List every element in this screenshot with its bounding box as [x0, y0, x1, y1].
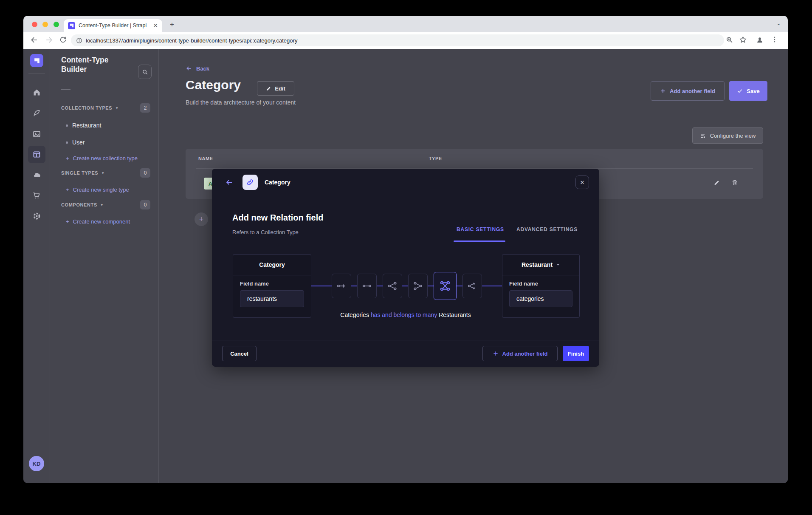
forward-icon[interactable] — [45, 36, 53, 44]
relation-many-way-button[interactable] — [462, 274, 482, 298]
chevron-down-icon[interactable]: ⌄ — [776, 20, 781, 26]
configure-view-button[interactable]: Configure the view — [692, 127, 763, 144]
tabs-divider — [232, 242, 579, 242]
cloud-icon[interactable] — [28, 166, 45, 184]
browser-tab[interactable]: Content-Type Builder | Strapi ✕ — [64, 19, 162, 32]
search-button[interactable] — [138, 65, 152, 79]
pencil-icon — [266, 86, 271, 91]
column-header-name: NAME — [198, 156, 213, 161]
page-title: Category — [186, 78, 241, 92]
rail-divider — [28, 74, 45, 74]
close-window-button[interactable] — [32, 22, 37, 27]
sidebar-title: Content-Type Builder — [61, 56, 129, 74]
settings-gear-icon[interactable] — [28, 207, 45, 225]
relation-many-to-many-button[interactable] — [434, 272, 457, 300]
count-badge: 0 — [140, 168, 150, 178]
field-name-label: Field name — [240, 280, 304, 287]
field-name-label: Field name — [509, 280, 572, 287]
relation-selector: Category Field name restaurants — [212, 249, 599, 324]
sidebar-item-user[interactable]: User — [50, 137, 159, 148]
modal-header: Category ✕ — [212, 169, 599, 196]
plus-icon — [660, 88, 666, 94]
ctb-sidebar: Content-Type Builder COLLECTION TYPES ▼ … — [50, 49, 159, 483]
minimize-window-button[interactable] — [42, 22, 48, 27]
row-edit-pencil-icon[interactable] — [713, 179, 720, 186]
caret-down-icon — [556, 263, 560, 267]
section-collection-types[interactable]: COLLECTION TYPES ▼ 2 — [50, 102, 159, 113]
list-settings-icon — [700, 133, 706, 139]
media-library-icon[interactable] — [28, 125, 45, 143]
count-badge: 2 — [140, 103, 150, 113]
relation-type-buttons — [311, 254, 502, 318]
back-link[interactable]: Back — [186, 65, 209, 72]
page-subtitle: Build the data architecture of your cont… — [186, 99, 296, 106]
window-controls[interactable] — [32, 21, 62, 29]
content-manager-icon[interactable] — [28, 105, 45, 122]
marketplace-cart-icon[interactable] — [28, 187, 45, 204]
zoom-icon[interactable] — [725, 36, 733, 44]
back-icon[interactable] — [30, 36, 39, 44]
browser-window: Content-Type Builder | Strapi ✕ + ⌄ loca… — [23, 16, 788, 483]
cancel-button[interactable]: Cancel — [222, 346, 257, 361]
kebab-menu-icon[interactable] — [771, 36, 778, 43]
search-icon — [142, 69, 148, 75]
add-field-circle-button[interactable]: + — [195, 212, 208, 226]
caret-down-icon: ▼ — [115, 106, 118, 110]
create-component-link[interactable]: + Create new component — [50, 217, 159, 226]
source-field-name-input[interactable]: restaurants — [240, 290, 304, 307]
new-tab-button[interactable]: + — [170, 20, 174, 29]
count-badge: 0 — [140, 200, 150, 209]
source-type-box: Category Field name restaurants — [233, 254, 311, 318]
section-components[interactable]: COMPONENTS ▼ 0 — [50, 199, 159, 210]
table-header-row: NAME TYPE — [186, 149, 763, 168]
relation-caption: Categories has and belongs to many Resta… — [263, 311, 548, 318]
edit-button[interactable]: Edit — [257, 81, 294, 96]
url-text[interactable]: localhost:1337/admin/plugins/content-typ… — [86, 37, 297, 44]
sidebar-item-restaurant[interactable]: Restaurant — [50, 120, 159, 131]
modal-title: Add new Relation field — [232, 213, 323, 223]
modal-add-another-field-button[interactable]: Add another field — [482, 346, 558, 361]
relation-one-to-many-button[interactable] — [383, 274, 402, 298]
content-type-builder-icon[interactable] — [28, 146, 45, 163]
avatar[interactable]: KD — [29, 456, 44, 471]
save-button[interactable]: Save — [729, 81, 767, 101]
plus-icon: + — [66, 155, 69, 161]
modal-subtitle: Refers to a Collection Type — [232, 229, 299, 235]
bullet-icon — [66, 141, 68, 144]
modal-header-title: Category — [265, 179, 290, 186]
finish-button[interactable]: Finish — [563, 346, 589, 361]
check-icon — [737, 88, 743, 94]
arrow-left-icon — [186, 65, 192, 72]
create-single-type-link[interactable]: + Create new single type — [50, 185, 159, 194]
info-icon[interactable] — [76, 37, 82, 44]
reload-icon[interactable] — [59, 36, 67, 44]
relation-many-to-one-button[interactable] — [408, 274, 428, 298]
address-bar[interactable]: localhost:1337/admin/plugins/content-typ… — [71, 34, 724, 46]
relation-one-to-one-button[interactable] — [357, 274, 377, 298]
tab-basic-settings[interactable]: BASIC SETTINGS — [457, 226, 504, 232]
plus-icon — [493, 351, 499, 357]
row-delete-trash-icon[interactable] — [731, 179, 738, 186]
bookmark-star-icon[interactable] — [739, 36, 747, 44]
title-divider — [61, 89, 70, 90]
home-icon[interactable] — [28, 84, 45, 101]
target-field-name-input[interactable]: categories — [509, 290, 572, 307]
plus-icon: + — [66, 218, 69, 225]
caret-down-icon: ▼ — [101, 171, 104, 175]
modal-back-arrow-icon[interactable] — [226, 178, 233, 186]
zoom-window-button[interactable] — [54, 22, 59, 27]
bullet-icon — [66, 125, 68, 127]
close-tab-icon[interactable]: ✕ — [153, 22, 158, 29]
profile-icon[interactable] — [756, 36, 764, 44]
add-another-field-button[interactable]: Add another field — [651, 81, 725, 101]
strapi-logo[interactable] — [30, 54, 43, 67]
section-single-types[interactable]: SINGLE TYPES ▼ 0 — [50, 167, 159, 178]
create-collection-type-link[interactable]: + Create new collection type — [50, 153, 159, 163]
relation-one-way-button[interactable] — [332, 274, 351, 298]
target-type-box: Restaurant Field name categories — [502, 254, 580, 318]
target-type-dropdown[interactable]: Restaurant — [502, 255, 579, 275]
main-nav-rail: KD — [23, 49, 50, 483]
close-modal-button[interactable]: ✕ — [575, 175, 589, 189]
tab-advanced-settings[interactable]: ADVANCED SETTINGS — [516, 226, 578, 232]
column-header-type: TYPE — [429, 156, 442, 161]
